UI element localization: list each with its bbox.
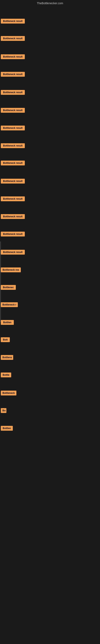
bottleneck-result-button-24[interactable]: Bottlen: [1, 426, 13, 431]
bottleneck-result-button-19[interactable]: Bott: [1, 337, 10, 342]
bottleneck-result-button-1[interactable]: Bottleneck result: [1, 19, 25, 24]
bottleneck-result-button-7[interactable]: Bottleneck result: [1, 126, 25, 130]
bottleneck-result-button-9[interactable]: Bottleneck result: [1, 160, 25, 166]
bottleneck-result-button-15[interactable]: Bottleneck res: [1, 268, 21, 272]
bottleneck-result-button-12[interactable]: Bottleneck result: [1, 214, 25, 219]
bottleneck-result-button-5[interactable]: Bottleneck result: [1, 90, 25, 95]
vertical-line: [0, 242, 1, 322]
bottleneck-result-button-14[interactable]: Bottleneck result: [1, 250, 25, 254]
bottleneck-result-button-23[interactable]: Bo: [1, 408, 6, 413]
bottleneck-result-button-11[interactable]: Bottleneck result: [1, 196, 25, 201]
bottleneck-result-button-8[interactable]: Bottleneck result: [1, 143, 25, 148]
bottleneck-result-button-2[interactable]: Bottleneck result: [1, 36, 25, 41]
bottleneck-result-button-13[interactable]: Bottleneck result: [1, 232, 25, 236]
bottleneck-result-button-10[interactable]: Bottleneck result: [1, 179, 25, 184]
bottleneck-result-button-20[interactable]: Bottlens: [1, 355, 13, 360]
bottleneck-result-button-6[interactable]: Bottleneck result: [1, 108, 25, 113]
bottleneck-result-button-16[interactable]: Bottlenec: [1, 285, 16, 290]
bottleneck-result-button-18[interactable]: Bottlen: [1, 320, 14, 325]
bottleneck-result-button-17[interactable]: Bottleneck r: [1, 302, 18, 307]
bottleneck-result-button-22[interactable]: Bottleneck: [1, 391, 16, 396]
bottleneck-result-button-4[interactable]: Bottleneck result: [1, 72, 25, 77]
bottleneck-result-button-3[interactable]: Bottleneck result: [1, 54, 25, 59]
bottleneck-result-button-21[interactable]: Bottle: [1, 372, 11, 377]
site-title: TheBottlenecker.com: [0, 0, 100, 7]
